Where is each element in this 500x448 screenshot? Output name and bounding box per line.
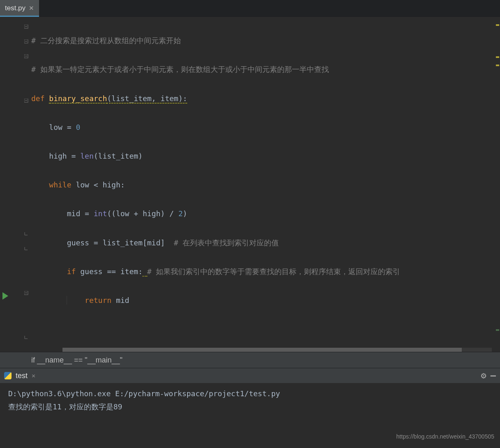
fold-icon[interactable] bbox=[23, 98, 29, 104]
code-text: guess == item: bbox=[76, 267, 143, 276]
function-name: binary_search bbox=[49, 94, 107, 104]
marker-strip[interactable] bbox=[495, 17, 500, 352]
console-line: 查找的索引是11，对应的数字是89 bbox=[8, 400, 500, 413]
code-text: guess = list_item[mid] bbox=[67, 238, 165, 247]
keyword: def bbox=[31, 94, 45, 103]
file-tab-label: test.py bbox=[5, 2, 25, 15]
comment: # 二分搜索是搜索过程从数组的中间元素开始 bbox=[31, 36, 181, 45]
number: 0 bbox=[76, 123, 80, 132]
editor: # 二分搜索是搜索过程从数组的中间元素开始 # 如果某一特定元素大于或者小于中间… bbox=[0, 17, 500, 352]
edit-marker[interactable] bbox=[496, 329, 499, 331]
watermark: https://blog.csdn.net/weixin_43700505 bbox=[396, 431, 494, 442]
gear-icon[interactable]: ⚙ bbox=[481, 367, 486, 384]
code-area[interactable]: # 二分搜索是搜索过程从数组的中间元素开始 # 如果某一特定元素大于或者小于中间… bbox=[31, 17, 495, 352]
scrollbar-thumb[interactable] bbox=[62, 348, 462, 352]
fold-end-icon[interactable] bbox=[23, 231, 29, 237]
horizontal-scrollbar[interactable] bbox=[62, 348, 492, 352]
warning-marker[interactable] bbox=[496, 56, 499, 58]
fold-end-icon[interactable] bbox=[23, 335, 29, 340]
params: (list_item, item): bbox=[107, 94, 187, 104]
file-tab[interactable]: test.py ✕ bbox=[0, 0, 39, 16]
warning-marker[interactable] bbox=[496, 65, 499, 66]
code-text: low < high: bbox=[72, 180, 125, 189]
builtin: int bbox=[94, 209, 107, 218]
code-text: (list_item) bbox=[94, 152, 143, 160]
gutter[interactable] bbox=[0, 17, 31, 352]
fold-icon[interactable] bbox=[23, 39, 29, 44]
breadcrumb-text: if __name__ == "__main__" bbox=[31, 353, 123, 367]
breadcrumb[interactable]: if __name__ == "__main__" bbox=[0, 352, 500, 368]
comment: # 如果某一特定元素大于或者小于中间元素，则在数组大于或小于中间元素的那一半中查… bbox=[31, 65, 329, 74]
comment: # 在列表中查找到索引对应的值 bbox=[174, 238, 279, 247]
builtin: len bbox=[80, 152, 94, 160]
keyword: while bbox=[49, 180, 71, 189]
minimize-icon[interactable]: — bbox=[491, 367, 496, 384]
editor-tabstrip: test.py ✕ bbox=[0, 0, 500, 17]
number: 2 bbox=[178, 209, 183, 218]
run-icon[interactable] bbox=[2, 292, 8, 300]
comment: # 如果我们索引中的数字等于需要查找的目标，则程序结束，返回对应的索引 bbox=[147, 267, 400, 276]
code-text: mid = bbox=[67, 209, 94, 218]
console-output[interactable]: D:\python3.6\python.exe E:/pycharm-works… bbox=[0, 383, 500, 436]
close-icon[interactable]: ✕ bbox=[29, 2, 34, 14]
code-text: ) bbox=[183, 209, 187, 218]
fold-icon[interactable] bbox=[23, 53, 29, 59]
warning-marker[interactable] bbox=[496, 24, 499, 26]
code-text: ((low + high) / bbox=[107, 209, 178, 218]
run-title[interactable]: test bbox=[16, 369, 28, 383]
console-line: D:\python3.6\python.exe E:/pycharm-works… bbox=[8, 387, 500, 400]
python-icon bbox=[4, 372, 12, 379]
close-icon[interactable]: ✕ bbox=[32, 370, 35, 382]
fold-icon[interactable] bbox=[23, 290, 29, 296]
keyword: if bbox=[67, 267, 76, 276]
keyword: return bbox=[85, 296, 111, 305]
fold-icon[interactable] bbox=[23, 24, 29, 30]
code-text: high = bbox=[49, 152, 80, 160]
run-toolbar: test ✕ ⚙ — bbox=[0, 368, 500, 383]
code-text: mid bbox=[111, 296, 129, 305]
fold-end-icon[interactable] bbox=[23, 246, 29, 252]
code-text: low = bbox=[49, 123, 76, 132]
